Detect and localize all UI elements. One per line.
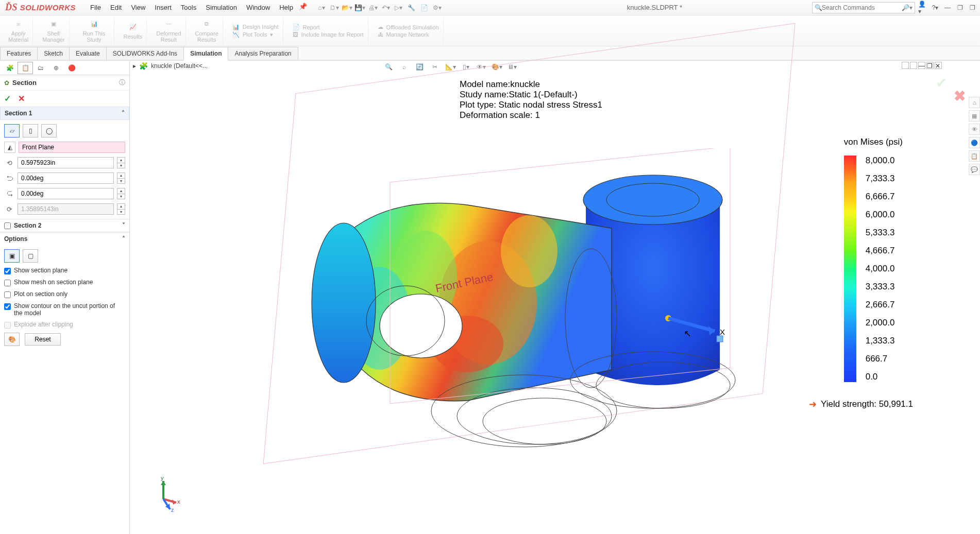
menu-window[interactable]: Window	[242, 2, 274, 13]
ribbon-results[interactable]: 📈 Results	[120, 18, 147, 44]
taskpane-appear-icon[interactable]: 🔵	[969, 137, 980, 148]
reset-icon-button[interactable]: 🎨	[4, 333, 20, 346]
chk-show-mesh[interactable]: Show mesh on section plane	[4, 279, 125, 286]
search-dropdown-icon[interactable]: 🔎▾	[902, 4, 913, 11]
angle2-input[interactable]	[18, 188, 114, 199]
menu-insert[interactable]: Insert	[150, 2, 176, 13]
confirm-corner-icon[interactable]: ✔	[936, 75, 947, 91]
doc-icon[interactable]: 📄	[419, 3, 430, 13]
pin-icon[interactable]: 📌	[298, 2, 308, 11]
restore-icon[interactable]: ❐	[955, 4, 965, 12]
ribbon-plot-tools[interactable]: 📉Plot Tools ▾	[232, 31, 279, 38]
reset-button[interactable]: Reset	[25, 333, 61, 346]
tab-features[interactable]: Features	[0, 47, 38, 60]
print-icon[interactable]: 🖨▾	[367, 3, 379, 13]
scene-icon[interactable]: 🖥▾	[506, 62, 518, 72]
minimize-icon[interactable]: —	[943, 4, 952, 12]
ribbon-compare-results[interactable]: ⧉ Compare Results	[191, 18, 223, 44]
section-view-icon[interactable]: ✂	[429, 62, 441, 72]
angle1-input[interactable]	[18, 173, 114, 184]
ribbon-manage-network[interactable]: 🖧Manage Network	[378, 31, 439, 38]
menu-file[interactable]: File	[86, 2, 105, 13]
fea-model[interactable]: Front Plane X ↖	[272, 148, 746, 468]
pane-max-icon[interactable]: ❐	[926, 62, 934, 69]
select-icon[interactable]: ▷▾	[393, 3, 404, 13]
tab-analysis-prep[interactable]: Analysis Preparation	[228, 47, 298, 60]
tab-evaluate[interactable]: Evaluate	[69, 47, 107, 60]
collapse-icon[interactable]: ˄	[122, 110, 125, 117]
chk-contour[interactable]: Show contour on the uncut portion of the…	[4, 302, 125, 317]
pane-min-icon[interactable]: —	[918, 62, 925, 69]
section2-checkbox[interactable]	[4, 222, 11, 229]
color-legend[interactable]: von Mises (psi) 8,000.0 7,333.3 6,666.7 …	[844, 137, 903, 382]
ribbon-report[interactable]: 📄Report	[293, 24, 364, 30]
save-icon[interactable]: 💾▾	[354, 3, 366, 13]
pm-help-icon[interactable]: ⓘ	[119, 78, 125, 87]
prev-view-icon[interactable]: 🔄	[413, 62, 426, 72]
chk-show-plane[interactable]: Show section plane	[4, 267, 125, 274]
opt-a-button[interactable]: ▣	[4, 249, 20, 263]
open-icon[interactable]: 📂▾	[342, 3, 353, 13]
close-icon[interactable]: ❐	[968, 4, 977, 12]
section1-header[interactable]: Section 1 ˄	[0, 107, 129, 120]
collapse-icon[interactable]: ˄	[122, 235, 125, 243]
feature-tree-tab[interactable]: 🧩	[2, 62, 18, 74]
radius-spinner[interactable]: ▴▾	[117, 203, 125, 215]
pane-2-icon[interactable]	[910, 62, 917, 69]
sphere-section-button[interactable]: ◯	[41, 124, 57, 137]
menu-view[interactable]: View	[127, 2, 149, 13]
config-manager-tab[interactable]: 🗂	[33, 62, 48, 74]
menu-edit[interactable]: Edit	[106, 2, 126, 13]
menu-tools[interactable]: Tools	[177, 2, 200, 13]
section2-header[interactable]: Section 2 ˅	[0, 219, 129, 232]
user-icon[interactable]: 👤▾	[918, 4, 927, 12]
display-style-icon[interactable]: ▯▾	[460, 62, 472, 72]
view-orient-icon[interactable]: 📐▾	[444, 62, 457, 72]
angle2-spinner[interactable]: ▴▾	[117, 188, 125, 199]
angle1-spinner[interactable]: ▴▾	[117, 173, 125, 184]
tab-sketch[interactable]: Sketch	[37, 47, 70, 60]
pm-ok-button[interactable]: ✓	[4, 94, 11, 104]
ribbon-apply-material[interactable]: ≡ Apply Material	[4, 18, 33, 44]
menu-help[interactable]: Help	[275, 2, 297, 13]
cancel-corner-icon[interactable]: ✖	[954, 88, 966, 105]
chk-plot-only[interactable]: Plot on section only	[4, 290, 125, 298]
ribbon-design-insight[interactable]: 📊Design Insight	[232, 24, 279, 30]
rebuild-icon[interactable]: 🔧	[406, 3, 417, 13]
home-icon[interactable]: ⌂▾	[316, 3, 327, 13]
pane-close-icon[interactable]: ✕	[935, 62, 942, 69]
undo-icon[interactable]: ↶▾	[380, 3, 392, 13]
help-icon[interactable]: ?▾	[931, 4, 940, 12]
tab-simulation[interactable]: Simulation	[183, 47, 228, 61]
menu-simulation[interactable]: Simulation	[201, 2, 241, 13]
taskpane-view-icon[interactable]: 👁	[969, 124, 980, 135]
taskpane-lib-icon[interactable]: ▦	[969, 110, 980, 122]
opt-b-button[interactable]: ▢	[23, 249, 38, 263]
appearance-icon[interactable]: 🎨▾	[491, 62, 503, 72]
taskpane-props-icon[interactable]: 📋	[969, 150, 980, 162]
ribbon-shell-manager[interactable]: ▣ Shell Manager	[38, 18, 69, 44]
taskpane-home-icon[interactable]: ⌂	[969, 97, 980, 108]
reference-plane-field[interactable]	[19, 142, 125, 153]
pane-1-icon[interactable]	[902, 62, 909, 69]
cylinder-section-button[interactable]: ▯	[23, 124, 38, 137]
tab-addins[interactable]: SOLIDWORKS Add-Ins	[106, 47, 184, 60]
dimxpert-tab[interactable]: ⊕	[48, 62, 64, 74]
reference-selector-icon[interactable]: ◭	[4, 142, 15, 153]
display-manager-tab[interactable]: 🔴	[64, 62, 79, 74]
property-manager-tab[interactable]: 📋	[18, 62, 33, 74]
options-icon[interactable]: ⚙▾	[432, 3, 443, 13]
new-icon[interactable]: 🗋▾	[329, 3, 340, 13]
expand-icon[interactable]: ˅	[122, 222, 125, 229]
breadcrumb[interactable]: ▸ 🧩 knuckle (Default<<...	[133, 62, 208, 70]
hide-show-icon[interactable]: 👁▾	[475, 62, 487, 72]
viewport-panes[interactable]: — ❐ ✕	[902, 62, 942, 69]
orientation-triad[interactable]: x y z	[145, 476, 181, 513]
pm-cancel-button[interactable]: ✕	[18, 94, 25, 104]
offset-spinner[interactable]: ▴▾	[117, 157, 125, 168]
taskpane-forum-icon[interactable]: 💬	[969, 164, 980, 175]
search-input[interactable]	[822, 4, 902, 11]
ribbon-run-study[interactable]: 📊 Run This Study	[75, 18, 114, 44]
ribbon-offloaded[interactable]: ☁Offloaded Simulation	[378, 24, 439, 30]
offset-input[interactable]	[18, 157, 114, 168]
